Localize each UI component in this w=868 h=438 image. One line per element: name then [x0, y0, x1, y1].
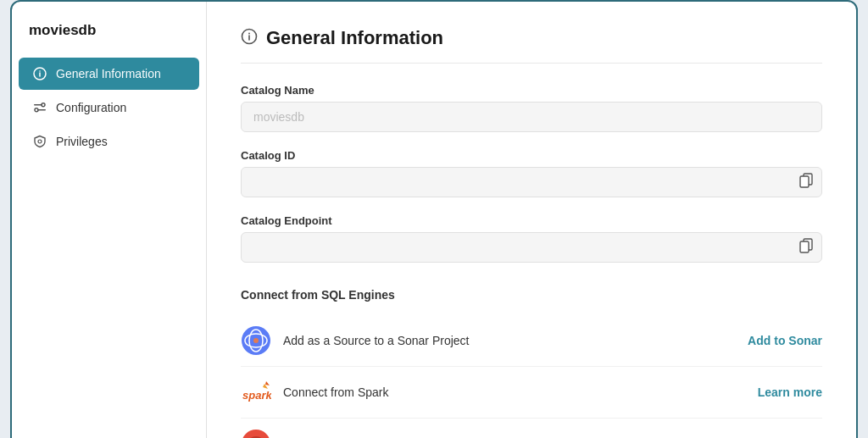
sidebar-item-configuration-label: Configuration — [56, 101, 126, 114]
connect-sonar-action[interactable]: Add to Sonar — [748, 334, 822, 347]
connect-spark-label: Connect from Spark — [283, 385, 746, 399]
catalog-id-input-wrapper — [241, 167, 822, 197]
main-content: General Information Catalog Name Catalog… — [207, 2, 856, 438]
sidebar-item-privileges[interactable]: Privileges — [19, 125, 199, 158]
svg-point-4 — [42, 103, 45, 107]
catalog-name-label: Catalog Name — [241, 84, 822, 97]
svg-point-6 — [35, 108, 38, 112]
connect-section: Connect from SQL Engines Add as a Source… — [241, 288, 822, 438]
main-layout: moviesdb General Information — [12, 2, 856, 438]
connect-sonar-label: Add as a Source to a Sonar Project — [283, 334, 736, 347]
info-circle-icon — [32, 66, 47, 81]
sidebar-item-general-information-label: General Information — [56, 67, 161, 80]
connect-item-spark: spark Connect from Spark Learn more — [241, 367, 822, 419]
svg-rect-12 — [800, 176, 809, 187]
catalog-id-field-group: Catalog ID — [241, 149, 822, 197]
catalog-endpoint-copy-icon[interactable] — [798, 238, 814, 257]
spark-logo: spark — [241, 377, 271, 408]
flink-logo — [241, 429, 271, 438]
sonar-logo — [241, 325, 271, 356]
svg-point-18 — [253, 338, 259, 343]
connect-item-sonar: Add as a Source to a Sonar Project Add t… — [241, 315, 822, 367]
svg-point-10 — [248, 32, 250, 34]
svg-point-7 — [38, 140, 42, 143]
sidebar-item-configuration[interactable]: Configuration — [19, 91, 199, 124]
catalog-id-label: Catalog ID — [241, 149, 822, 162]
catalog-id-input[interactable] — [241, 167, 822, 197]
connect-item-flink: Connect from Flink Learn more — [241, 419, 822, 438]
catalog-endpoint-input[interactable] — [241, 232, 822, 263]
app-name: moviesdb — [12, 22, 206, 56]
catalog-endpoint-input-wrapper — [241, 232, 822, 263]
page-header: General Information — [241, 27, 822, 64]
catalog-id-copy-icon[interactable] — [798, 173, 814, 191]
page-title: General Information — [266, 27, 443, 49]
catalog-endpoint-label: Catalog Endpoint — [241, 214, 822, 227]
catalog-name-input-wrapper — [241, 102, 822, 132]
connect-spark-action[interactable]: Learn more — [758, 385, 822, 399]
sidebar: moviesdb General Information — [12, 2, 207, 438]
svg-point-2 — [39, 70, 41, 72]
app-window: moviesdb General Information — [10, 0, 858, 438]
sidebar-item-privileges-label: Privileges — [56, 135, 108, 148]
catalog-endpoint-field-group: Catalog Endpoint — [241, 214, 822, 263]
page-header-icon — [241, 28, 258, 49]
connect-section-title: Connect from SQL Engines — [241, 288, 822, 302]
svg-text:spark: spark — [242, 389, 271, 402]
svg-rect-14 — [800, 241, 809, 252]
catalog-name-input[interactable] — [241, 102, 822, 132]
shield-icon — [32, 134, 47, 149]
sliders-icon — [32, 100, 47, 115]
sidebar-item-general-information[interactable]: General Information — [19, 58, 199, 90]
catalog-name-field-group: Catalog Name — [241, 84, 822, 132]
